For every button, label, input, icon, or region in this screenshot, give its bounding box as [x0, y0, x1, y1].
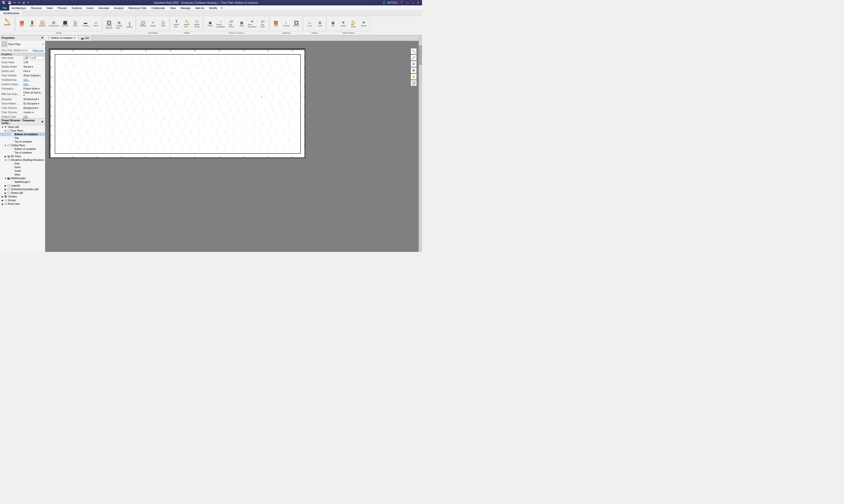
menu-view[interactable]: View: [168, 5, 178, 11]
tree-item-ceiling-plans[interactable]: ▼ 📋 Ceiling Plans: [0, 144, 45, 147]
ribbon-btn-wall[interactable]: 🧱 Wall: [17, 20, 27, 27]
vis-grap-value[interactable]: Edit...: [23, 78, 43, 81]
orientation-value[interactable]: Project North ▾: [23, 87, 43, 90]
ribbon-btn-ramp[interactable]: ↗ Ramp: [148, 20, 158, 27]
ribbon-btn-area[interactable]: ▦ Area: [237, 20, 247, 27]
right-scrollbar[interactable]: [419, 36, 422, 252]
nav-zoom-in[interactable]: 🔍: [411, 48, 417, 54]
tree-item-families[interactable]: ▶ 🏗 Families: [0, 195, 45, 198]
nav-pan[interactable]: ✋: [411, 74, 417, 79]
ribbon-btn-set[interactable]: ▦ Set: [328, 20, 338, 27]
ribbon-btn-curtain-system[interactable]: 🔲 CurtainSystem: [104, 20, 114, 30]
tree-item-east[interactable]: 📄 East: [0, 162, 45, 165]
ribbon-btn-vertical[interactable]: ↕ Vertical: [281, 20, 291, 27]
tree-item-bottom-container[interactable]: 📄 Bottom of container: [0, 132, 45, 136]
menu-architecture[interactable]: Architecture: [9, 5, 29, 11]
ribbon-btn-modify[interactable]: ✏️ Modify: [2, 18, 12, 32]
ribbon-btn-model-group[interactable]: ⬡ ModelGroup: [192, 19, 202, 28]
tree-item-ceiling-top[interactable]: 📄 Top of container: [0, 151, 45, 155]
tree-item-schedules[interactable]: ▶ 📋 Schedules/Quantities (all): [0, 187, 45, 191]
qa-undo[interactable]: ↩: [13, 1, 16, 4]
minimize-btn[interactable]: —: [405, 1, 409, 4]
ribbon-btn-ceiling[interactable]: ▬ Ceiling: [81, 20, 90, 27]
graphic-disp-value[interactable]: Edit...: [23, 83, 43, 86]
ribbon-btn-tag-room[interactable]: 🏷 TagRoom: [227, 19, 236, 28]
menu-file[interactable]: File: [0, 5, 9, 11]
view-scale-input[interactable]: [23, 56, 44, 60]
menu-dropdown[interactable]: ▼: [220, 7, 224, 9]
tree-item-south[interactable]: 📄 South: [0, 169, 45, 173]
menu-steel[interactable]: Steel: [44, 5, 55, 11]
menu-collaborate[interactable]: Collaborate: [149, 5, 168, 11]
nav-zoom-out[interactable]: 🔎: [411, 55, 417, 60]
ribbon-btn-model-line[interactable]: 📏 ModelLine: [182, 19, 192, 28]
color-scheme-loc-value[interactable]: Background ▾: [23, 107, 43, 109]
ribbon-btn-grid[interactable]: ⊞ Grid: [315, 20, 325, 27]
properties-close-btn[interactable]: ✕: [41, 36, 43, 39]
ribbon-btn-floor[interactable]: ▭ Floor: [91, 20, 101, 27]
tree-item-elevations[interactable]: ▼ 📋 Elevations (Building Elevation): [0, 158, 45, 162]
menu-annotate[interactable]: Annotate: [96, 5, 111, 11]
menu-modify[interactable]: Modify: [207, 5, 219, 11]
leg-toggle[interactable]: ▶: [4, 184, 7, 187]
ribbon-btn-area-boundary[interactable]: ✦ AreaBoundary: [247, 19, 258, 28]
nav-zoom-region[interactable]: ⊞: [411, 67, 417, 73]
floor-plans-toggle[interactable]: ▼: [4, 130, 7, 132]
canvas-area[interactable]: x 🔍 🔎 ⊡ ⊞ ✋ 🔄: [45, 41, 419, 252]
scrollbar-thumb[interactable]: [419, 46, 422, 65]
close-btn[interactable]: ✕: [416, 1, 420, 4]
grp-toggle[interactable]: ▶: [1, 199, 4, 202]
ribbon-btn-stair[interactable]: 🪜 Stair: [158, 20, 168, 27]
menu-precast[interactable]: Precast: [55, 5, 69, 11]
tree-item-groups[interactable]: ▶ ⬡ Groups: [0, 198, 45, 202]
tree-item-north[interactable]: 📄 North: [0, 165, 45, 169]
menu-systems[interactable]: Systems: [69, 5, 84, 11]
detail-level-value[interactable]: Fine ▾: [23, 70, 43, 72]
qa-more[interactable]: ▼: [27, 1, 30, 4]
parts-vis-value[interactable]: Show Original ▾: [23, 74, 43, 77]
prop-type-selector[interactable]: Floor Plan ▾: [0, 40, 45, 48]
nav-orbit[interactable]: 🔄: [411, 80, 417, 86]
maximize-btn[interactable]: □: [411, 1, 415, 4]
menu-addins[interactable]: Add-Ins: [193, 5, 207, 11]
system-color-value[interactable]: Edit: [23, 115, 43, 118]
edit-type-label[interactable]: Edit Type: [34, 49, 43, 52]
tab-3d[interactable]: 📷 (3D): [78, 36, 92, 41]
show-hidden-value[interactable]: By Discipline ▾: [23, 102, 43, 105]
ribbon-btn-ref-plane[interactable]: 📐 RefPlane: [349, 19, 358, 28]
ribbon-btn-room[interactable]: ▣ Room: [205, 20, 215, 27]
tree-item-west[interactable]: 📄 West: [0, 173, 45, 177]
tree-item-walkthroughs[interactable]: ▼ 🎬 Walkthroughs: [0, 177, 45, 180]
ribbon-btn-show[interactable]: 👁 Show: [338, 20, 348, 27]
menu-structure[interactable]: Structure: [28, 5, 44, 11]
sched-toggle[interactable]: ▶: [4, 188, 7, 191]
browser-close-btn[interactable]: ✕: [41, 120, 43, 124]
discipline-value[interactable]: Architectural ▾: [23, 98, 43, 101]
menu-analyze[interactable]: Analyze: [111, 5, 126, 11]
ribbon-btn-mullion[interactable]: ║ Mullion: [125, 22, 134, 29]
ribbon-btn-dormer[interactable]: 🔲 Dormer: [292, 20, 301, 27]
views-toggle[interactable]: ▼: [1, 126, 4, 128]
menu-insert[interactable]: Insert: [85, 5, 96, 11]
menu-massing[interactable]: Massing & Site: [126, 5, 149, 11]
nav-fit-view[interactable]: ⊡: [411, 61, 417, 67]
tree-item-floor-plans[interactable]: ▼ 📋 Floor Plans: [0, 129, 45, 132]
tree-item-ceiling-bottom[interactable]: 📄 Bottom of container: [0, 147, 45, 151]
ribbon-btn-component[interactable]: ⚙️ Component: [48, 20, 59, 27]
wall-join-value[interactable]: Clean all wall jo... ▾: [23, 91, 43, 97]
links-toggle[interactable]: ▶: [1, 203, 4, 205]
ribbon-btn-roof[interactable]: 🏠 Roof: [70, 20, 80, 27]
ceiling-plans-toggle[interactable]: ▼: [4, 144, 7, 147]
prop-type-arrow[interactable]: ▾: [42, 43, 43, 46]
qa-print[interactable]: 🖨: [22, 1, 25, 4]
ribbon-btn-wall-opening[interactable]: 🧱 Wall: [271, 20, 281, 27]
fam-toggle[interactable]: ▶: [1, 196, 4, 198]
ribbon-btn-room-separator[interactable]: ↔ RoomSeparator: [215, 19, 226, 28]
tree-item-legends[interactable]: ▶ 📋 Legends: [0, 184, 45, 187]
menu-manage[interactable]: Manage: [178, 5, 193, 11]
ribbon-btn-window[interactable]: 🪟 Window: [37, 20, 47, 27]
tree-item-3d-views[interactable]: ▶ 📦 3D Views: [0, 155, 45, 158]
tree-item-walkthrough1[interactable]: 📄 Walkthrough 1: [0, 180, 45, 184]
sheets-toggle[interactable]: ▶: [4, 192, 7, 194]
viewport-area[interactable]: 📋 Bottom of container ✕ 📷 (3D): [45, 36, 419, 252]
